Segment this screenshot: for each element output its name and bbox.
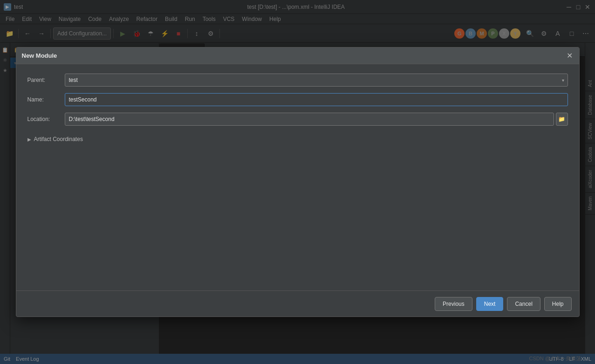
cancel-button[interactable]: Cancel [507,297,540,311]
artifact-coords-toggle[interactable]: ▶ Artifact Coordinates [27,132,568,146]
dialog-body: Parent: test ▾ Name: Location: 📁 [16,64,579,290]
dialog-title-bar: New Module ✕ [16,47,579,64]
artifact-coords-label: Artifact Coordinates [34,136,83,142]
location-label: Location: [27,116,65,122]
help-button[interactable]: Help [544,297,572,311]
dialog-title: New Module [22,52,57,59]
artifact-arrow-icon: ▶ [27,137,31,142]
parent-form-row: Parent: test ▾ [27,74,568,87]
new-module-dialog: New Module ✕ Parent: test ▾ Name: [16,47,580,317]
dialog-footer: Previous Next Cancel Help [16,290,579,317]
location-form-row: Location: 📁 [27,113,568,126]
next-button[interactable]: Next [476,297,504,311]
parent-select[interactable]: test [65,74,568,87]
dialog-close-button[interactable]: ✕ [566,52,574,60]
modal-overlay: New Module ✕ Parent: test ▾ Name: [0,0,595,364]
parent-label: Parent: [27,77,65,83]
name-label: Name: [27,96,65,103]
name-form-row: Name: [27,93,568,106]
name-input[interactable] [65,93,568,106]
location-browse-button[interactable]: 📁 [556,113,568,126]
location-input-wrapper: 📁 [65,113,568,126]
parent-select-wrapper: test ▾ [65,74,568,87]
previous-button[interactable]: Previous [435,297,472,311]
location-input[interactable] [65,113,554,126]
